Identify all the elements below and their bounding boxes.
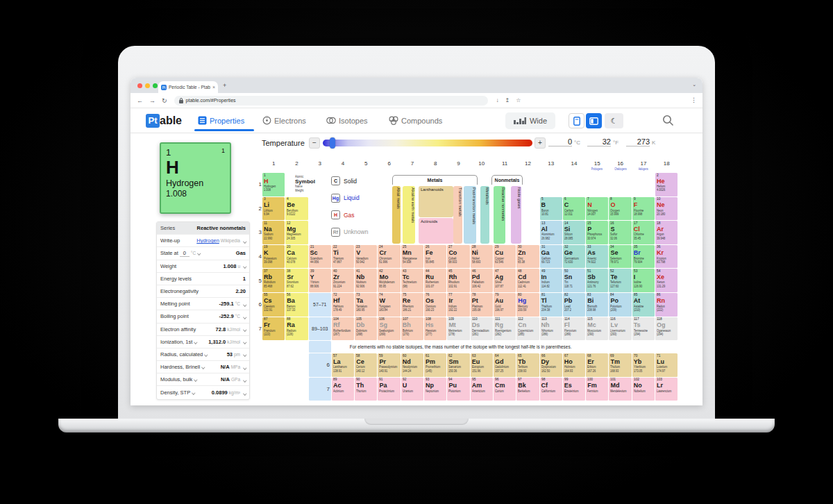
element-Mo[interactable]: 42MoMolybdenum95.95 [378, 269, 400, 292]
element-Rg[interactable]: 111RgRoentgenium(282) [494, 317, 516, 341]
fblock-placeholder-89-103[interactable]: 89–103 [309, 317, 331, 341]
value-chevron-icon[interactable] [243, 353, 246, 357]
element-S[interactable]: 16SSulfur32.06 [609, 221, 631, 244]
state-temperature-input[interactable]: 0 [180, 250, 190, 257]
element-Gd[interactable]: 64GdGadolinium157.25 [494, 353, 516, 377]
tab-isotopes[interactable]: Isotopes [326, 116, 368, 125]
element-Tl[interactable]: 81TlThallium204.38 [540, 293, 562, 317]
element-Pa[interactable]: 91PaProtactinium [378, 378, 400, 401]
value-chevron-icon[interactable] [243, 264, 246, 268]
element-Ti[interactable]: 22TiTitanium47.867 [332, 245, 354, 269]
fahrenheit-input[interactable]: 32 [587, 137, 611, 146]
temperature-plus-button[interactable]: + [535, 137, 546, 149]
forward-icon[interactable]: → [149, 97, 155, 104]
element-Fe[interactable]: 26FeIron55.845 [424, 245, 446, 269]
element-Au[interactable]: 79AuGold196.97 [494, 293, 516, 317]
element-As[interactable]: 33AsArsenic74.922 [586, 245, 608, 269]
element-Si[interactable]: 14SiSilicon28.085 [563, 221, 585, 244]
element-He[interactable]: 2HeHelium4.0026 [655, 173, 678, 196]
element-Sn[interactable]: 50SnTin118.71 [563, 269, 585, 292]
element-Y[interactable]: 39YYttrium88.906 [309, 269, 331, 292]
element-Kr[interactable]: 36KrKrypton83.798 [655, 245, 678, 269]
element-Se[interactable]: 34SeSelenium78.971 [609, 245, 631, 269]
element-Cm[interactable]: 96CmCurium [494, 378, 516, 401]
value-chevron-icon[interactable] [243, 341, 246, 344]
element-Re[interactable]: 75ReRhenium186.21 [401, 293, 423, 317]
element-Bi[interactable]: 83BiBismuth208.98 [586, 293, 608, 317]
element-Os[interactable]: 76OsOsmium190.23 [424, 293, 446, 317]
element-Es[interactable]: 99EsEinsteinium [563, 378, 585, 401]
element-Cl[interactable]: 17ClChlorine35.45 [632, 221, 655, 244]
element-Ni[interactable]: 28NiNickel58.693 [471, 245, 493, 269]
element-Sg[interactable]: 106SgSeaborgium(269) [378, 317, 400, 341]
element-Np[interactable]: 93NpNeptunium [424, 378, 446, 401]
element-Cs[interactable]: 55CsCaesium132.91 [262, 293, 285, 317]
label-chevron-icon[interactable] [204, 353, 208, 356]
element-In[interactable]: 49InIndium114.82 [540, 269, 562, 292]
element-Bk[interactable]: 97BkBerkelium [516, 378, 539, 401]
element-Fl[interactable]: 114FlFlerovium(289) [563, 317, 585, 341]
value-chevron-icon[interactable] [243, 366, 246, 369]
element-Mc[interactable]: 115McMoscovium(290) [586, 317, 608, 341]
element-B[interactable]: 5BBoron10.81 [540, 197, 562, 221]
celsius-input[interactable]: 0 [548, 137, 572, 146]
element-Rn[interactable]: 86RnRadon(222) [655, 293, 678, 317]
element-Zn[interactable]: 30ZnZinc65.38 [516, 245, 539, 269]
tab-properties[interactable]: Properties [198, 116, 244, 125]
element-Ce[interactable]: 58CeCerium140.12 [355, 353, 377, 377]
tab-compounds[interactable]: Compounds [389, 116, 442, 125]
element-Ne[interactable]: 10NeNeon20.180 [655, 197, 678, 221]
address-bar[interactable]: ptable.com/#Properties [174, 96, 488, 106]
element-Rf[interactable]: 104RfRutherfordium(267) [332, 317, 354, 341]
element-U[interactable]: 92UUranium [401, 378, 423, 401]
browser-menu-icon[interactable]: ⋮ [691, 96, 697, 103]
kelvin-input[interactable]: 273 [626, 137, 650, 146]
element-La[interactable]: 57LaLanthanum138.91 [332, 353, 354, 377]
element-Mn[interactable]: 25MnManganese54.938 [401, 245, 423, 269]
element-Mt[interactable]: 109MtMeitnerium(278) [447, 317, 469, 341]
element-Ta[interactable]: 73TaTantalum180.95 [355, 293, 377, 317]
element-Pm[interactable]: 61PmPromethium(145) [424, 353, 446, 377]
element-Li[interactable]: 3LiLithium6.94 [262, 197, 285, 221]
element-Fm[interactable]: 100FmFermium [586, 378, 608, 401]
element-Pb[interactable]: 82PbLead207.2 [563, 293, 585, 317]
element-Hf[interactable]: 72HfHafnium178.49 [332, 293, 354, 317]
element-Ca[interactable]: 20CaCalcium40.078 [285, 245, 308, 269]
element-Pt[interactable]: 78PtPlatinum195.08 [471, 293, 493, 317]
label-chevron-icon[interactable] [194, 340, 197, 344]
window-chevron-icon[interactable]: ⌄ [692, 82, 696, 87]
traffic-maximize-button[interactable] [153, 83, 158, 88]
element-P[interactable]: 15PPhosphorus30.974 [586, 221, 608, 244]
element-Lr[interactable]: 103LrLawrencium [655, 378, 678, 401]
element-Ga[interactable]: 31GaGallium69.723 [540, 245, 562, 269]
search-button[interactable] [662, 115, 674, 129]
element-Mg[interactable]: 12MgMagnesium24.305 [285, 221, 308, 244]
element-Cf[interactable]: 98CfCalifornium [540, 378, 562, 401]
element-Sb[interactable]: 51SbAntimony121.76 [586, 269, 608, 292]
element-Be[interactable]: 4BeBeryllium9.0122 [285, 197, 308, 221]
element-Nb[interactable]: 41NbNiobium92.906 [355, 269, 377, 292]
element-Nh[interactable]: 113NhNihonium(286) [540, 317, 562, 341]
element-Ds[interactable]: 110DsDarmstadtium(281) [471, 317, 493, 341]
element-Ar[interactable]: 18ArArgon39.948 [655, 221, 678, 244]
element-Sc[interactable]: 21ScScandium44.956 [309, 245, 331, 269]
traffic-minimize-button[interactable] [145, 83, 150, 88]
sidebar-view-button[interactable] [586, 113, 602, 128]
element-Eu[interactable]: 63EuEuropium151.96 [471, 353, 493, 377]
element-N[interactable]: 7NNitrogen14.007 [586, 197, 608, 221]
element-Dy[interactable]: 66DyDysprosium162.50 [540, 353, 562, 377]
element-Ag[interactable]: 47AgSilver107.87 [494, 269, 516, 292]
traffic-close-button[interactable] [137, 83, 142, 88]
value-chevron-icon[interactable] [243, 303, 246, 306]
element-Pd[interactable]: 46PdPalladium106.42 [471, 269, 493, 292]
bookmark-star-icon[interactable]: ☆ [516, 97, 521, 103]
element-Ru[interactable]: 44RuRuthenium101.07 [424, 269, 446, 292]
element-Fr[interactable]: 87FrFrancium(223) [262, 317, 285, 341]
element-Yb[interactable]: 70YbYtterbium173.05 [632, 353, 655, 377]
element-Nd[interactable]: 60NdNeodymium144.24 [401, 353, 423, 377]
element-Bh[interactable]: 107BhBohrium(270) [401, 317, 423, 341]
element-Cr[interactable]: 24CrChromium51.996 [378, 245, 400, 269]
writeup-link[interactable]: Hydrogen [196, 237, 219, 244]
element-Lu[interactable]: 71LuLutetium174.97 [655, 353, 678, 377]
element-Rh[interactable]: 45RhRhodium102.91 [447, 269, 469, 292]
